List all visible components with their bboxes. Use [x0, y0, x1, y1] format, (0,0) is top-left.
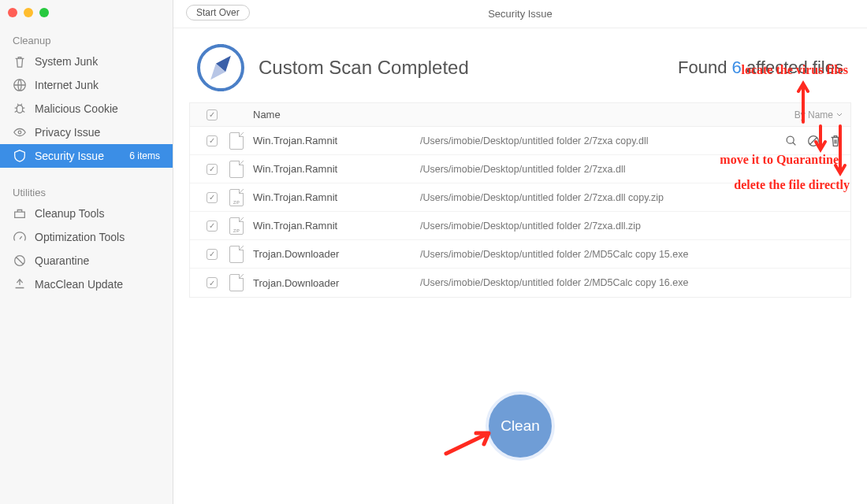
- shield-icon: [13, 149, 27, 163]
- sidebar-item-internet-junk[interactable]: Internet Junk: [0, 73, 173, 97]
- threat-name: Win.Trojan.Ramnit: [247, 191, 420, 203]
- chevron-down-icon: [836, 112, 843, 118]
- threat-name: Win.Trojan.Ramnit: [247, 135, 420, 146]
- sidebar-item-cleanup-tools[interactable]: Cleanup Tools: [0, 202, 173, 225]
- toolbox-icon: [13, 206, 27, 220]
- sidebar-item-label: Security Issue: [35, 150, 104, 162]
- file-path: /Users/imobie/Desktop/untitled folder 2/…: [420, 192, 843, 203]
- gauge-icon: [13, 230, 27, 244]
- row-checkbox[interactable]: ✓: [207, 135, 218, 146]
- threat-name: Trojan.Downloader: [247, 277, 420, 289]
- clean-button[interactable]: Clean: [486, 391, 555, 461]
- annotation-delete: delete the file directly: [734, 178, 850, 192]
- row-checkbox[interactable]: ✓: [207, 277, 218, 288]
- row-checkbox[interactable]: ✓: [207, 220, 218, 232]
- sidebar-item-label: Internet Junk: [35, 79, 99, 91]
- window-title: Security Issue: [488, 8, 553, 20]
- sidebar-item-malicious-cookie[interactable]: Malicious Cookie: [0, 97, 173, 120]
- minimize-icon[interactable]: [24, 8, 33, 17]
- column-name[interactable]: Name: [247, 109, 420, 120]
- locate-button[interactable]: [784, 134, 798, 148]
- content-area: Start Over Security Issue Custom Scan Co…: [173, 0, 867, 504]
- close-icon[interactable]: [8, 8, 17, 17]
- select-all-checkbox[interactable]: ✓: [207, 109, 218, 120]
- file-icon: [229, 246, 244, 263]
- row-checkbox[interactable]: ✓: [207, 249, 218, 260]
- sidebar-item-system-junk[interactable]: System Junk: [0, 50, 173, 73]
- update-icon: [13, 277, 27, 291]
- sidebar-section-label: Cleanup: [0, 28, 173, 50]
- row-checkbox[interactable]: ✓: [207, 192, 218, 203]
- file-path: /Users/imobie/Desktop/untitled folder 2/…: [420, 249, 843, 260]
- maximize-icon[interactable]: [39, 8, 49, 17]
- threat-name: Trojan.Downloader: [247, 248, 420, 260]
- table-row[interactable]: ✓Trojan.Downloader/Users/imobie/Desktop/…: [190, 269, 850, 297]
- sidebar-item-security-issue[interactable]: Security Issue6 items: [0, 144, 173, 168]
- quarantine-button[interactable]: [806, 134, 820, 148]
- globe-icon: [13, 78, 27, 92]
- window-controls: [8, 8, 49, 17]
- table-row[interactable]: ✓Win.Trojan.Ramnit/Users/imobie/Desktop/…: [190, 212, 850, 240]
- file-icon: [229, 161, 244, 178]
- threat-name: Win.Trojan.Ramnit: [247, 220, 420, 232]
- annotation-quarantine: move it to Quarantine: [720, 153, 839, 167]
- row-checkbox[interactable]: ✓: [207, 164, 218, 175]
- file-path: /Users/imobie/Desktop/untitled folder 2/…: [420, 277, 843, 288]
- sidebar-item-optimization-tools[interactable]: Optimization Tools: [0, 225, 173, 249]
- trash-icon: [13, 54, 27, 69]
- sidebar-item-label: Malicious Cookie: [35, 102, 118, 115]
- sort-dropdown[interactable]: By Name: [794, 109, 843, 120]
- scan-title: Custom Scan Completed: [259, 57, 469, 79]
- quarantine-icon: [13, 254, 27, 268]
- sidebar-item-macclean-update[interactable]: MacClean Update: [0, 272, 173, 296]
- file-icon: [229, 189, 244, 206]
- file-icon: [229, 132, 244, 150]
- file-path: /Users/imobie/Desktop/untitled folder 2/…: [420, 220, 843, 232]
- sidebar-item-privacy-issue[interactable]: Privacy Issue: [0, 120, 173, 144]
- sidebar: CleanupSystem JunkInternet JunkMalicious…: [0, 0, 173, 504]
- bug-icon: [13, 102, 27, 116]
- table-header: ✓ Name By Name: [190, 103, 850, 127]
- sidebar-item-label: System Junk: [35, 55, 98, 68]
- compass-icon: [197, 44, 244, 91]
- results-table: ✓ Name By Name ✓Win.Trojan.Ramnit/Users/…: [189, 102, 851, 298]
- start-over-button[interactable]: Start Over: [186, 5, 250, 20]
- file-path: /Users/imobie/Desktop/untitled folder 2/…: [420, 135, 843, 146]
- sidebar-section-label: Utilities: [0, 180, 173, 202]
- sidebar-item-label: Cleanup Tools: [35, 207, 104, 220]
- sidebar-item-quarantine[interactable]: Quarantine: [0, 249, 173, 272]
- sidebar-badge: 6 items: [129, 150, 160, 161]
- top-bar: Start Over Security Issue: [173, 0, 867, 28]
- sidebar-item-label: Quarantine: [35, 254, 89, 267]
- table-row[interactable]: ✓Trojan.Downloader/Users/imobie/Desktop/…: [190, 240, 850, 269]
- delete-button[interactable]: [828, 134, 843, 148]
- file-icon: [229, 217, 244, 235]
- sidebar-item-label: Optimization Tools: [35, 231, 125, 243]
- table-row[interactable]: ✓Win.Trojan.Ramnit/Users/imobie/Desktop/…: [190, 127, 850, 155]
- sidebar-item-label: Privacy Issue: [35, 126, 100, 139]
- file-icon: [229, 274, 244, 291]
- eye-icon: [13, 125, 27, 139]
- annotation-locate: locate the virus files: [741, 63, 848, 77]
- sidebar-item-label: MacClean Update: [35, 278, 123, 291]
- threat-name: Win.Trojan.Ramnit: [247, 163, 420, 175]
